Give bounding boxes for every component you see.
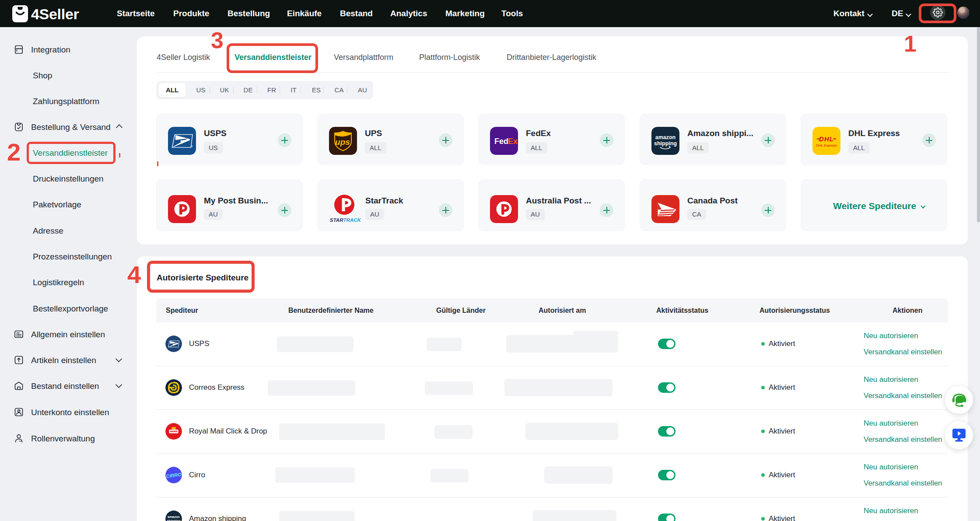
svg-text:shipping: shipping [167, 519, 181, 521]
svg-text:ups: ups [335, 137, 350, 147]
svg-text:Fed: Fed [494, 137, 508, 146]
svg-text:STAR: STAR [330, 217, 343, 223]
svg-text:TRACK: TRACK [343, 217, 361, 223]
svg-text:shipping: shipping [654, 140, 677, 147]
svg-text:DHL: DHL [819, 135, 834, 143]
svg-text:Ex: Ex [508, 137, 518, 146]
svg-text:DHL Express: DHL Express [816, 143, 837, 147]
svg-text:amazon: amazon [655, 134, 676, 140]
